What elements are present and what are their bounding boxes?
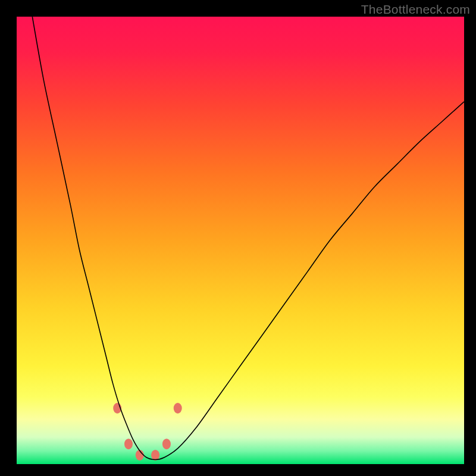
watermark-text: TheBottleneck.com — [361, 2, 470, 17]
marker-dot — [174, 403, 182, 414]
marker-dot — [151, 450, 159, 461]
plot-area — [17, 17, 464, 464]
marker-dot — [162, 439, 171, 449]
chart-frame: TheBottleneck.com — [0, 0, 476, 476]
chart-svg — [17, 17, 464, 464]
gradient-background — [17, 17, 464, 464]
marker-dot — [124, 439, 133, 449]
